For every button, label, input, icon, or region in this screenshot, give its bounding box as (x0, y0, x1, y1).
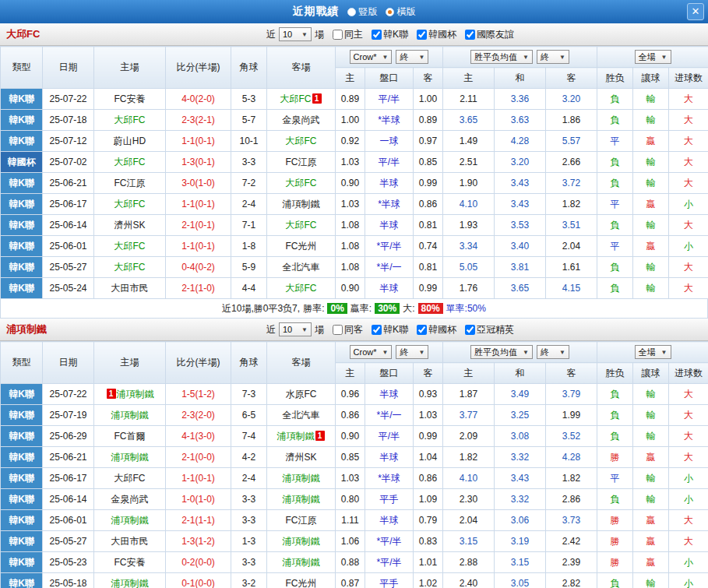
handicap-cell: *平/半 (365, 531, 414, 552)
filter-checkbox-2[interactable] (417, 325, 427, 335)
handicap-result-cell: 贏 (633, 131, 669, 152)
match-count-select-value: 10 (283, 30, 292, 39)
odds-away-cell: 0.99 (414, 278, 443, 299)
avg-final-select[interactable]: 終▼ (537, 50, 569, 64)
match-count-select[interactable]: 10▼ (279, 27, 312, 41)
close-icon[interactable]: ✕ (687, 3, 704, 20)
filter-checkbox-1[interactable] (372, 325, 382, 335)
filter-checkbox-3[interactable] (465, 325, 475, 335)
filter-option-2[interactable]: 韓國杯 (417, 28, 456, 41)
away-team-cell: 大邱FC (267, 278, 336, 299)
match-count-select[interactable]: 10▼ (279, 322, 312, 336)
competition-type-cell: 韓K聯 (1, 173, 43, 194)
filter-checkbox-0[interactable] (333, 30, 343, 40)
team-name: FC安養 (114, 557, 146, 568)
team-name: 大田市民 (111, 283, 149, 294)
competition-type-cell: 韓K聯 (1, 531, 43, 552)
away-team-cell: 大邱FC (267, 173, 336, 194)
team-name: 蔚山HD (114, 136, 146, 146)
filter-checkbox-0[interactable] (333, 325, 343, 335)
handicap-cell: 平/半 (365, 426, 414, 447)
date-cell: 25-06-29 (43, 426, 94, 447)
competition-type-cell: 韓K聯 (1, 236, 43, 257)
home-team-cell: 浦項制鐵 (94, 573, 166, 588)
avg-group-header: 胜平负均值▼終▼ (443, 342, 597, 363)
winloss-cell: 勝 (597, 447, 633, 468)
odds-away-cell: 1.03 (414, 405, 443, 426)
full-group-header: 全場▼ (597, 47, 708, 68)
competition-type-cell: 韓K聯 (1, 447, 43, 468)
odds-final-select[interactable]: 終▼ (396, 50, 428, 64)
home-team-cell: 金泉尚武 (94, 489, 166, 510)
handicap-result-cell: 輸 (633, 257, 669, 278)
col-header-1: 日期 (43, 342, 94, 384)
avg-draw-cell: 3.53 (495, 215, 546, 236)
filter-checkbox-3[interactable] (465, 30, 475, 40)
full-match-select[interactable]: 全場▼ (635, 345, 671, 359)
date-cell: 25-05-27 (43, 531, 94, 552)
competition-type-cell: 韓K聯 (1, 552, 43, 573)
goals-result-cell: 小 (669, 489, 708, 510)
odds-home-cell: 0.89 (336, 89, 365, 110)
filter-option-3[interactable]: 亞冠精英 (465, 323, 514, 336)
filter-option-1[interactable]: 韓K聯 (372, 28, 408, 41)
avg-away-cell: 1.82 (546, 194, 597, 215)
team-title: 浦項制鐵 (0, 322, 266, 336)
table-row: 韓K聯25-06-29FC首爾4-1(3-0)7-4浦項制鐵10.90平/半0.… (1, 426, 708, 447)
competition-type-cell: 韓K聯 (1, 89, 43, 110)
filter-option-1[interactable]: 韓K聯 (372, 323, 408, 336)
odds-away-cell: 0.83 (414, 531, 443, 552)
avg-home-cell: 2.40 (443, 573, 495, 588)
odds-provider-select[interactable]: Crow*▼ (350, 345, 393, 359)
table-row: 韓國杯25-07-02大邱FC1-3(0-1)3-3FC江原1.03平/半0.8… (1, 152, 708, 173)
handicap-cell: 平/半 (365, 152, 414, 173)
home-team-cell: FC首爾 (94, 426, 166, 447)
avg-odds-select[interactable]: 胜平负均值▼ (470, 50, 533, 64)
avg-home-cell: 1.82 (443, 447, 495, 468)
filter-option-0[interactable]: 同客 (333, 323, 363, 336)
col-header-5: 客場 (267, 342, 336, 384)
corners-cell: 1-8 (231, 236, 267, 257)
filter-option-0[interactable]: 同主 (333, 28, 363, 41)
table-row: 韓K聯25-05-27大田市民1-3(1-2)1-3浦項制鐵1.06*平/半0.… (1, 531, 708, 552)
handicap-cell: 半球 (365, 278, 414, 299)
filter-option-3[interactable]: 國際友誼 (465, 28, 514, 41)
filter-option-2[interactable]: 韓國杯 (417, 323, 456, 336)
avg-final-select[interactable]: 終▼ (537, 345, 569, 359)
away-team-cell: 浦項制鐵 (267, 468, 336, 489)
goals-result-cell: 大 (669, 173, 708, 194)
avg-draw-cell: 3.43 (495, 194, 546, 215)
full-match-select-value: 全場 (639, 347, 656, 358)
odds-home-cell: 1.03 (336, 194, 365, 215)
avg-home-cell: 1.87 (443, 384, 495, 405)
home-team-cell: 浦項制鐵 (94, 510, 166, 531)
handicap-cell: 半球 (365, 384, 414, 405)
score-cell: 1-3(1-2) (166, 531, 231, 552)
avg-away-cell: 1.82 (546, 468, 597, 489)
odds-home-cell: 0.87 (336, 573, 365, 588)
avg-odds-select[interactable]: 胜平负均值▼ (470, 345, 533, 359)
full-match-select[interactable]: 全場▼ (635, 50, 671, 64)
avg-away-cell: 1.86 (546, 110, 597, 131)
filter-checkbox-1[interactable] (372, 30, 382, 40)
odds-away-cell: 0.74 (414, 236, 443, 257)
odds-final-select[interactable]: 終▼ (396, 345, 428, 359)
avg-draw-cell: 3.19 (495, 531, 546, 552)
home-team-cell: FC江原 (94, 173, 166, 194)
home-team-cell: 大邱FC (94, 468, 166, 489)
team-name: 浦項制鐵 (283, 494, 320, 505)
filter-checkbox-2[interactable] (417, 30, 427, 40)
corners-cell: 5-3 (231, 89, 267, 110)
avg-home-cell: 5.05 (443, 257, 495, 278)
subcol-header: 讓球 (633, 363, 669, 384)
odds-provider-select[interactable]: Crow*▼ (350, 50, 393, 64)
subcol-header: 客 (546, 363, 597, 384)
filter-bar: 近10▼場同主韓K聯韓國杯國際友誼 (266, 27, 514, 41)
goals-result-cell: 大 (669, 89, 708, 110)
col-header-2: 主場 (94, 47, 166, 89)
layout-radio-vertical[interactable]: 豎版 (347, 5, 378, 19)
avg-away-cell: 2.39 (546, 552, 597, 573)
unit-label: 場 (315, 323, 324, 336)
layout-radio-horizontal[interactable]: 橫版 (386, 5, 416, 19)
subcol-header: 和 (495, 68, 546, 89)
